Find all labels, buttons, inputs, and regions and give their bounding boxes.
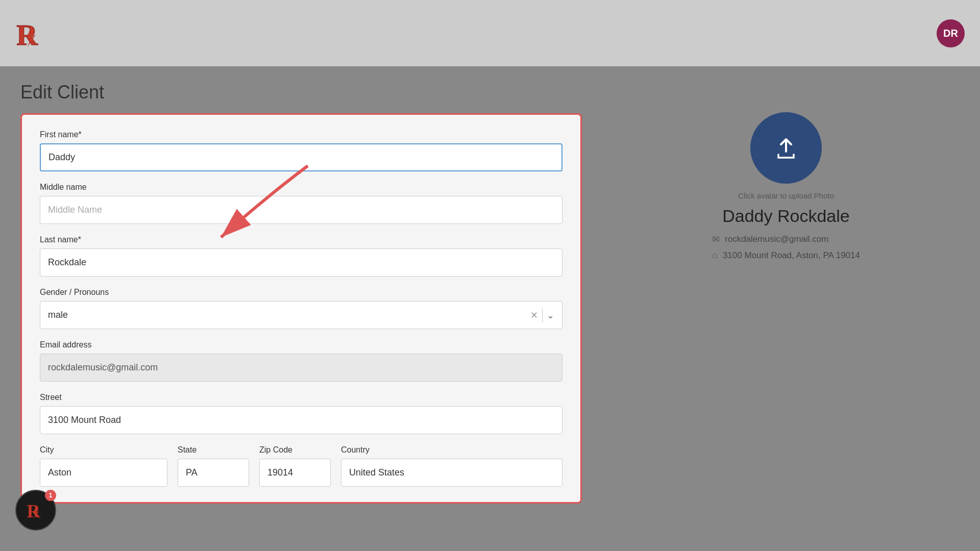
home-icon: ⌂ [712,250,718,261]
profile-address-row: ⌂ 3100 Mount Road, Aston, PA 19014 [712,250,860,261]
country-input[interactable] [341,459,562,487]
profile-email: rockdalemusic@gmail.com [725,234,828,244]
gender-value: male [48,310,68,320]
page-title: Edit Client [20,82,582,103]
street-field-group: Street [40,393,562,434]
email-input [40,354,562,382]
profile-sidebar: Click avatar to upload Photo Daddy Rockd… [612,82,960,536]
avatar-upload-button[interactable] [750,112,822,184]
upload-icon [773,135,799,161]
gender-label: Gender / Pronouns [40,288,562,297]
city-label: City [40,445,167,455]
state-field-group: State [178,445,249,487]
last-name-field-group: Last name* [40,235,562,277]
form-section: Edit Client First name* Middle name [20,82,582,536]
last-name-label: Last name* [40,235,562,244]
avatar-hint-text: Click avatar to upload Photo [738,191,834,200]
main-content: Edit Client First name* Middle name [0,66,980,551]
street-label: Street [40,393,562,402]
city-field-group: City [40,445,167,487]
gender-clear-icon[interactable]: ✕ [530,310,538,321]
floating-r-icon: R [24,499,47,521]
first-name-label: First name* [40,130,562,139]
last-name-input[interactable] [40,248,562,277]
city-input[interactable] [40,459,167,487]
logo-icon: R [15,15,46,51]
user-avatar-top[interactable]: DR [937,19,965,47]
profile-info: ✉ rockdalemusic@gmail.com ⌂ 3100 Mount R… [712,234,860,261]
middle-name-input[interactable] [40,196,562,224]
country-field-group: Country [341,445,562,487]
gender-divider [542,308,543,323]
email-field-group: Email address [40,340,562,382]
chevron-down-icon[interactable]: ⌄ [547,310,554,321]
street-input[interactable] [40,406,562,434]
state-input[interactable] [178,459,249,487]
zip-field-group: Zip Code [259,445,331,487]
svg-text:R: R [16,18,38,51]
gender-field-group: Gender / Pronouns male ✕ ⌄ [40,288,562,329]
topbar: R DR [0,0,980,66]
email-label: Email address [40,340,562,349]
floating-app-icon[interactable]: R 1 [15,490,56,531]
middle-name-label: Middle name [40,183,562,192]
email-icon: ✉ [712,234,720,245]
gender-select[interactable]: male ✕ ⌄ [40,301,562,329]
state-label: State [178,445,249,455]
zip-label: Zip Code [259,445,331,455]
country-label: Country [341,445,562,455]
profile-name: Daddy Rockdale [722,206,849,226]
first-name-input[interactable] [40,143,562,171]
profile-address: 3100 Mount Road, Aston, PA 19014 [723,251,860,261]
address-row: City State Zip Code Country [40,445,562,487]
middle-name-field-group: Middle name [40,183,562,224]
zip-input[interactable] [259,459,331,487]
edit-client-form: First name* Middle name Last name* Gende… [20,113,582,504]
first-name-field-group: First name* [40,130,562,171]
notification-badge: 1 [45,490,56,501]
profile-email-row: ✉ rockdalemusic@gmail.com [712,234,860,245]
logo-container: R [15,15,46,51]
